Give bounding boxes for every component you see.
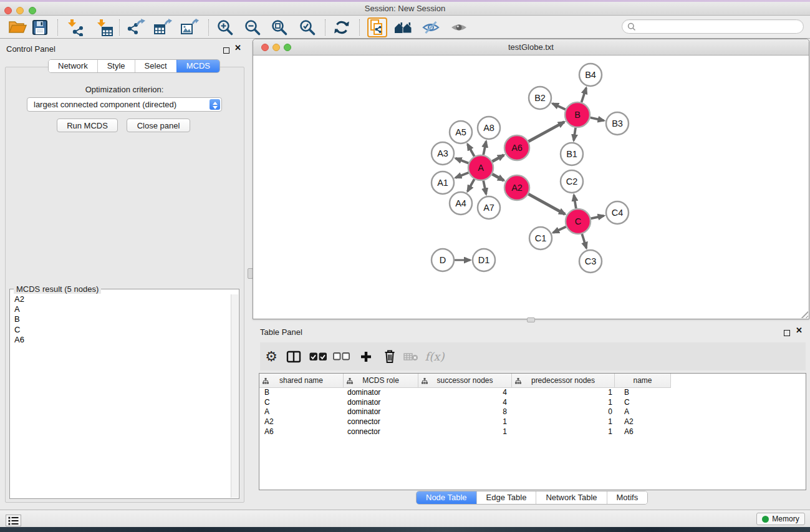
mcds-result-item[interactable]: B — [11, 314, 231, 324]
home-layout-button[interactable] — [393, 17, 414, 37]
select-all-checkboxes-button[interactable] — [307, 342, 329, 370]
zoom-in-button[interactable] — [215, 17, 236, 37]
tab-network-table[interactable]: Network Table — [536, 491, 606, 504]
horizontal-split-handle[interactable] — [527, 317, 535, 322]
export-table-button[interactable] — [152, 17, 173, 37]
graph-node-A5[interactable]: A5 — [450, 121, 472, 143]
graph-node-A8[interactable]: A8 — [478, 117, 500, 139]
float-table-panel-button[interactable] — [784, 327, 790, 339]
import-table-button[interactable] — [94, 17, 115, 37]
graph-edge-A-A6[interactable] — [492, 155, 504, 162]
open-session-button[interactable] — [7, 17, 28, 37]
graph-edge-B-B4[interactable] — [582, 88, 587, 102]
tab-edge-table[interactable]: Edge Table — [476, 491, 536, 504]
table-row[interactable]: Bdominator41B — [259, 388, 806, 398]
split-columns-button[interactable] — [282, 342, 305, 370]
graph-edge-A6-B[interactable] — [528, 122, 564, 142]
graph-node-A3[interactable]: A3 — [432, 142, 454, 165]
graph-edge-A-A7[interactable] — [483, 181, 486, 195]
graph-node-A7[interactable]: A7 — [478, 196, 500, 219]
graph-node-D1[interactable]: D1 — [473, 249, 495, 271]
graph-edge-A-A3[interactable] — [456, 158, 469, 163]
clear-checkboxes-button[interactable] — [330, 342, 352, 370]
column-header-shared-name[interactable]: shared name — [259, 374, 344, 388]
task-history-button[interactable] — [6, 515, 21, 526]
graph-edge-C-C1[interactable] — [553, 227, 566, 233]
graph-edge-B-B1[interactable] — [574, 128, 576, 140]
graph-node-B1[interactable]: B1 — [561, 143, 583, 165]
graph-node-D[interactable]: D — [432, 249, 454, 271]
graph-node-C4[interactable]: C4 — [606, 201, 629, 224]
graph-node-B[interactable]: B — [565, 102, 590, 127]
column-header-name[interactable]: name — [615, 374, 671, 388]
graph-edge-C-C4[interactable] — [591, 216, 604, 219]
result-list-scrollbar[interactable] — [231, 294, 238, 498]
memory-button[interactable]: Memory — [756, 513, 805, 525]
tab-style[interactable]: Style — [97, 60, 135, 72]
graph-node-A1[interactable]: A1 — [432, 172, 454, 194]
add-column-button[interactable] — [355, 342, 377, 370]
column-header-successor-nodes[interactable]: successor nodes — [418, 374, 512, 388]
network-graph[interactable]: B4B2BB3A8A5A6A3B1AC2A1A2A4A7C4CC1C3DD1 — [253, 56, 809, 319]
zoom-fit-button[interactable] — [269, 17, 290, 37]
graph-node-A2[interactable]: A2 — [504, 175, 529, 200]
graph-node-B4[interactable]: B4 — [579, 64, 602, 86]
mcds-result-item[interactable]: A2 — [11, 294, 231, 304]
show-panel-button[interactable] — [448, 17, 470, 37]
graph-node-C1[interactable]: C1 — [529, 227, 552, 249]
table-row[interactable]: Adominator80A — [259, 407, 806, 417]
graph-node-C[interactable]: C — [566, 209, 591, 234]
mcds-result-item[interactable]: A6 — [11, 335, 231, 345]
graph-edge-B-B2[interactable] — [552, 104, 566, 109]
graph-edge-A-A8[interactable] — [483, 142, 486, 155]
column-header-predecessor-nodes[interactable]: predecessor nodes — [512, 374, 615, 388]
graph-edge-A2-C[interactable] — [528, 194, 565, 214]
tab-node-table[interactable]: Node Table — [417, 491, 476, 504]
float-panel-button[interactable] — [223, 45, 229, 56]
graph-edge-A-A4[interactable] — [468, 179, 475, 191]
table-row[interactable]: A6connector11A6 — [259, 427, 806, 437]
tab-motifs[interactable]: Motifs — [607, 491, 648, 504]
delete-table-button[interactable] — [400, 342, 422, 370]
graph-node-A6[interactable]: A6 — [504, 135, 529, 160]
table-settings-button[interactable]: ⚙ — [260, 342, 282, 370]
graph-node-A4[interactable]: A4 — [450, 192, 472, 215]
close-panel-button[interactable]: ✕ — [234, 44, 241, 51]
tab-mcds[interactable]: MCDS — [176, 60, 219, 72]
import-network-button[interactable] — [64, 17, 85, 37]
delete-columns-button[interactable] — [378, 342, 401, 370]
graph-node-C3[interactable]: C3 — [579, 250, 602, 273]
table-row[interactable]: Cdominator41C — [259, 398, 806, 408]
criterion-select[interactable]: largest connected component (directed) — [27, 97, 222, 112]
graph-edge-A-A1[interactable] — [456, 173, 469, 178]
graph-node-C2[interactable]: C2 — [561, 170, 583, 193]
run-mcds-button[interactable]: Run MCDS — [57, 118, 118, 132]
tab-select[interactable]: Select — [135, 60, 176, 72]
refresh-view-button[interactable] — [331, 17, 352, 37]
zoom-selected-button[interactable] — [297, 17, 318, 37]
close-panel-button-mcds[interactable]: Close panel — [127, 118, 190, 132]
table-row[interactable]: A2connector11A2 — [259, 417, 806, 427]
graph-edge-B-B3[interactable] — [591, 118, 604, 121]
save-session-button[interactable] — [29, 17, 51, 37]
export-image-button[interactable] — [179, 17, 200, 37]
graph-edge-C-C3[interactable] — [582, 234, 586, 248]
search-input[interactable] — [636, 21, 803, 32]
network-canvas[interactable]: B4B2BB3A8A5A6A3B1AC2A1A2A4A7C4CC1C3DD1 — [253, 56, 809, 319]
zoom-out-button[interactable] — [242, 17, 263, 37]
tab-network[interactable]: Network — [49, 60, 97, 72]
apply-function-button[interactable]: f(x) — [423, 342, 446, 370]
graph-edge-A-A2[interactable] — [492, 174, 504, 180]
graph-edge-A-A5[interactable] — [468, 144, 475, 157]
graph-node-A[interactable]: A — [468, 155, 493, 180]
graph-edge-C-C2[interactable] — [574, 195, 576, 209]
export-network-button[interactable] — [125, 17, 147, 37]
hide-panel-button[interactable] — [420, 17, 441, 37]
mcds-result-item[interactable]: C — [11, 325, 231, 335]
clone-network-button[interactable] — [367, 17, 388, 37]
close-table-panel-button[interactable]: ✕ — [796, 327, 803, 334]
graph-node-B2[interactable]: B2 — [529, 87, 551, 109]
graph-node-B3[interactable]: B3 — [606, 112, 629, 135]
mcds-result-item[interactable]: A — [11, 304, 231, 314]
column-header-MCDS-role[interactable]: MCDS role — [344, 374, 418, 388]
